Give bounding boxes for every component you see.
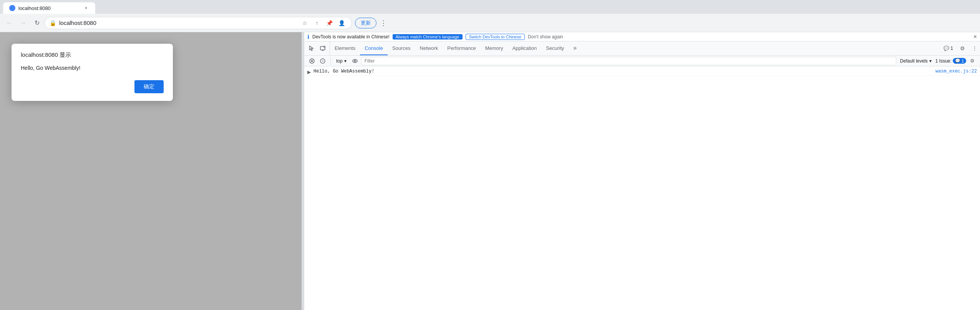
devtools-notification-bar: ℹ DevTools is now available in Chinese! …	[304, 32, 980, 41]
notification-info-icon: ℹ	[307, 34, 309, 40]
context-selector[interactable]: top ▾	[334, 58, 349, 64]
dialog-box: localhost:8080 显示 Hello, Go WebAssembly!…	[12, 44, 173, 101]
address-bar[interactable]: 🔒 localhost:8080 ☆ ↑ 📌 👤	[45, 17, 352, 29]
forward-button[interactable]: →	[17, 17, 29, 29]
tab-network[interactable]: Network	[415, 41, 443, 55]
cursor-icon	[308, 45, 314, 51]
address-actions: ☆ ↑ 📌 👤	[299, 18, 347, 28]
dialog-message: Hello, Go WebAssembly!	[21, 65, 164, 71]
devtools-more-button[interactable]: ⋮	[969, 43, 980, 54]
levels-arrow-icon: ▾	[929, 58, 932, 64]
filter-toggle-button[interactable]	[318, 56, 327, 66]
log-levels-selector[interactable]: Default levels ▾	[898, 58, 934, 64]
tab-console[interactable]: Console	[360, 41, 388, 55]
log-source-link[interactable]: wasm_exec.js:22	[929, 69, 977, 74]
dialog-ok-button[interactable]: 确定	[134, 80, 164, 93]
issues-button[interactable]: 💬 1	[941, 45, 955, 52]
filter-icon	[320, 58, 325, 64]
svg-point-9	[354, 60, 356, 62]
tab-memory[interactable]: Memory	[481, 41, 508, 55]
back-button[interactable]: ←	[3, 17, 15, 29]
clear-console-button[interactable]	[307, 56, 317, 66]
devtools-tabs-row: Elements Console Sources Network Perform…	[304, 41, 980, 56]
tab-close-button[interactable]: ×	[83, 5, 89, 11]
tab-application[interactable]: Application	[508, 41, 542, 55]
issues-badge: 💬 1	[953, 58, 966, 64]
issues-count-label: 1	[950, 46, 953, 51]
pin-icon[interactable]: 📌	[324, 18, 335, 28]
reload-button[interactable]: ↻	[31, 17, 43, 29]
tab-elements[interactable]: Elements	[330, 41, 360, 55]
main-area: localhost:8080 显示 Hello, Go WebAssembly!…	[0, 32, 980, 310]
dialog-title: localhost:8080 显示	[21, 51, 164, 59]
tab-favicon	[9, 5, 15, 11]
tab-more-button[interactable]: »	[569, 41, 581, 55]
console-settings-button[interactable]: ⚙	[968, 56, 977, 66]
eye-button[interactable]	[350, 56, 360, 66]
device-toolbar-button[interactable]	[317, 43, 328, 54]
always-match-language-button[interactable]: Always match Chrome's language	[393, 34, 463, 40]
eye-icon	[352, 58, 358, 64]
log-expand-arrow[interactable]: ▶	[307, 69, 312, 75]
svg-point-8	[353, 59, 357, 63]
notification-text: DevTools is now available in Chinese!	[312, 34, 390, 40]
tab-sources[interactable]: Sources	[388, 41, 415, 55]
context-label: top	[336, 58, 343, 64]
device-icon	[320, 45, 326, 51]
devtools-settings-button[interactable]: ⚙	[957, 43, 968, 54]
issues-count-area[interactable]: 1 Issue: 💬 1	[935, 58, 966, 64]
devtools-right-actions: 💬 1 ⚙ ⋮	[941, 43, 980, 54]
clear-icon	[309, 58, 315, 64]
address-url: localhost:8080	[59, 20, 293, 26]
tab-performance[interactable]: Performance	[443, 41, 480, 55]
address-lock-icon: 🔒	[50, 20, 56, 26]
levels-label: Default levels	[900, 58, 928, 64]
devtools-panel: ℹ DevTools is now available in Chinese! …	[304, 32, 980, 310]
tab-title: localhost:8080	[18, 5, 80, 11]
toolbar-separator	[330, 57, 331, 65]
issues-chat-icon: 💬	[944, 46, 949, 51]
browser-more-button[interactable]: ⋮	[378, 18, 389, 28]
inspect-element-button[interactable]	[306, 43, 317, 54]
console-filter-input[interactable]	[361, 57, 896, 65]
issues-count-text: 1 Issue:	[935, 58, 952, 64]
share-icon[interactable]: ↑	[312, 18, 322, 28]
devtools-left-tools	[304, 41, 330, 55]
profile-icon[interactable]: 👤	[336, 18, 347, 28]
browser-content: localhost:8080 显示 Hello, Go WebAssembly!…	[0, 32, 302, 310]
dialog-overlay: localhost:8080 显示 Hello, Go WebAssembly!…	[0, 32, 302, 310]
issues-chat-icon-small: 💬	[955, 58, 960, 63]
console-output: ▶ Hello, Go WebAssembly! wasm_exec.js:22	[304, 66, 980, 310]
switch-devtools-language-button[interactable]: Switch DevTools to Chinese	[466, 34, 525, 40]
dont-show-again-link[interactable]: Don't show again	[528, 34, 563, 40]
notification-close-button[interactable]: ×	[973, 33, 977, 40]
console-toolbar: top ▾ Default levels ▾ 1 Issue:	[304, 56, 980, 66]
browser-tab[interactable]: localhost:8080 ×	[3, 2, 95, 14]
tab-security[interactable]: Security	[541, 41, 569, 55]
devtools-tabs-list: Elements Console Sources Network Perform…	[330, 41, 941, 55]
console-right-actions: 1 Issue: 💬 1 ⚙	[935, 56, 977, 66]
log-message-text: Hello, Go WebAssembly!	[313, 69, 929, 74]
update-button[interactable]: 更新	[355, 18, 376, 28]
bookmark-icon[interactable]: ☆	[299, 18, 310, 28]
dialog-footer: 确定	[21, 80, 164, 93]
context-arrow-icon: ▾	[344, 58, 347, 64]
address-bar-row: ← → ↻ 🔒 localhost:8080 ☆ ↑ 📌 👤 更新 ⋮	[0, 14, 980, 32]
svg-rect-1	[322, 50, 323, 51]
tab-bar: localhost:8080 ×	[0, 0, 980, 14]
console-log-entry: ▶ Hello, Go WebAssembly! wasm_exec.js:22	[304, 68, 980, 76]
browser-window: localhost:8080 × ← → ↻ 🔒 localhost:8080 …	[0, 0, 980, 310]
